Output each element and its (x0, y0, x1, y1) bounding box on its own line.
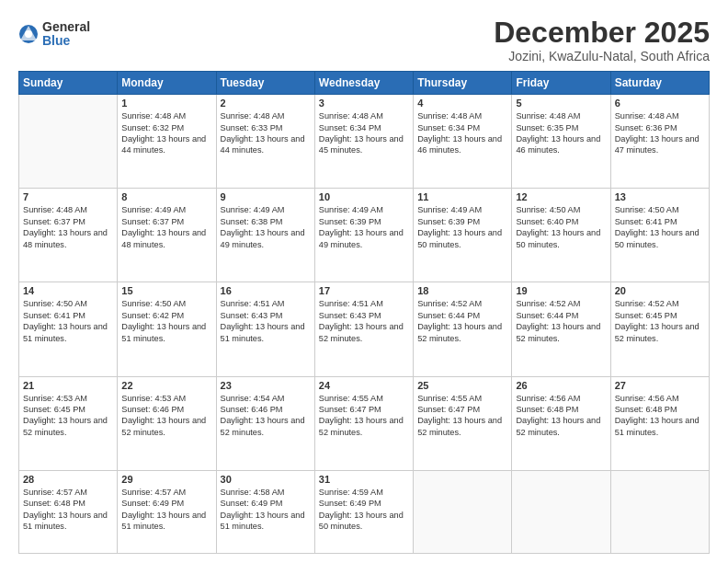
day-number: 14 (23, 285, 113, 296)
table-row: 11Sunrise: 4:49 AM Sunset: 6:39 PM Dayli… (414, 189, 512, 282)
day-number: 30 (221, 474, 311, 485)
table-row: 3Sunrise: 4:48 AM Sunset: 6:34 PM Daylig… (314, 95, 413, 189)
day-number: 5 (516, 98, 606, 109)
cell-details: Sunrise: 4:50 AM Sunset: 6:41 PM Dayligh… (23, 298, 113, 344)
table-row: 5Sunrise: 4:48 AM Sunset: 6:35 PM Daylig… (512, 95, 610, 189)
col-wednesday: Wednesday (314, 72, 413, 95)
day-number: 4 (417, 98, 507, 109)
cell-details: Sunrise: 4:48 AM Sunset: 6:35 PM Dayligh… (516, 110, 606, 156)
calendar-week-row: 28Sunrise: 4:57 AM Sunset: 6:48 PM Dayli… (19, 470, 710, 553)
calendar-week-row: 7Sunrise: 4:48 AM Sunset: 6:37 PM Daylig… (19, 189, 710, 282)
table-row: 23Sunrise: 4:54 AM Sunset: 6:46 PM Dayli… (216, 376, 314, 470)
table-row (19, 95, 118, 189)
day-number: 17 (319, 285, 409, 296)
col-tuesday: Tuesday (216, 72, 314, 95)
day-number: 8 (121, 191, 211, 202)
cell-details: Sunrise: 4:56 AM Sunset: 6:48 PM Dayligh… (516, 393, 606, 439)
table-row: 30Sunrise: 4:58 AM Sunset: 6:49 PM Dayli… (216, 470, 314, 553)
table-row: 31Sunrise: 4:59 AM Sunset: 6:49 PM Dayli… (314, 470, 413, 553)
cell-details: Sunrise: 4:51 AM Sunset: 6:43 PM Dayligh… (221, 298, 311, 344)
day-number: 7 (23, 191, 113, 202)
logo-text: General Blue (42, 20, 90, 49)
day-number: 20 (615, 285, 705, 296)
logo-general: General (42, 20, 90, 34)
cell-details: Sunrise: 4:48 AM Sunset: 6:36 PM Dayligh… (615, 110, 705, 156)
cell-details: Sunrise: 4:56 AM Sunset: 6:48 PM Dayligh… (615, 393, 705, 439)
calendar-week-row: 21Sunrise: 4:53 AM Sunset: 6:45 PM Dayli… (19, 376, 710, 470)
calendar-page: General Blue December 2025 Jozini, KwaZu… (0, 0, 728, 563)
day-number: 31 (319, 474, 409, 485)
day-number: 2 (221, 98, 311, 109)
day-number: 15 (121, 285, 211, 296)
cell-details: Sunrise: 4:49 AM Sunset: 6:39 PM Dayligh… (417, 204, 507, 250)
table-row: 27Sunrise: 4:56 AM Sunset: 6:48 PM Dayli… (610, 376, 709, 470)
day-number: 23 (221, 380, 311, 391)
table-row (610, 470, 709, 553)
day-number: 1 (121, 98, 211, 109)
calendar-table: Sunday Monday Tuesday Wednesday Thursday… (18, 71, 710, 554)
day-number: 11 (417, 191, 507, 202)
day-number: 25 (417, 380, 507, 391)
logo-icon (18, 24, 39, 44)
day-number: 13 (615, 191, 705, 202)
table-row: 17Sunrise: 4:51 AM Sunset: 6:43 PM Dayli… (314, 282, 413, 376)
cell-details: Sunrise: 4:49 AM Sunset: 6:38 PM Dayligh… (221, 204, 311, 250)
table-row: 4Sunrise: 4:48 AM Sunset: 6:34 PM Daylig… (414, 95, 512, 189)
cell-details: Sunrise: 4:48 AM Sunset: 6:34 PM Dayligh… (319, 110, 409, 156)
day-number: 22 (121, 380, 211, 391)
day-number: 3 (319, 98, 409, 109)
table-row: 6Sunrise: 4:48 AM Sunset: 6:36 PM Daylig… (610, 95, 709, 189)
location-subtitle: Jozini, KwaZulu-Natal, South Africa (494, 49, 710, 63)
day-number: 6 (615, 98, 705, 109)
col-friday: Friday (512, 72, 610, 95)
table-row: 20Sunrise: 4:52 AM Sunset: 6:45 PM Dayli… (610, 282, 709, 376)
day-number: 10 (319, 191, 409, 202)
calendar-header-row: Sunday Monday Tuesday Wednesday Thursday… (19, 72, 710, 95)
calendar-week-row: 14Sunrise: 4:50 AM Sunset: 6:41 PM Dayli… (19, 282, 710, 376)
col-sunday: Sunday (19, 72, 118, 95)
table-row: 28Sunrise: 4:57 AM Sunset: 6:48 PM Dayli… (19, 470, 118, 553)
cell-details: Sunrise: 4:50 AM Sunset: 6:41 PM Dayligh… (615, 204, 705, 250)
day-number: 27 (615, 380, 705, 391)
table-row: 2Sunrise: 4:48 AM Sunset: 6:33 PM Daylig… (216, 95, 314, 189)
cell-details: Sunrise: 4:53 AM Sunset: 6:46 PM Dayligh… (121, 393, 211, 439)
table-row: 19Sunrise: 4:52 AM Sunset: 6:44 PM Dayli… (512, 282, 610, 376)
table-row: 7Sunrise: 4:48 AM Sunset: 6:37 PM Daylig… (19, 189, 118, 282)
svg-point-2 (25, 30, 32, 38)
cell-details: Sunrise: 4:58 AM Sunset: 6:49 PM Dayligh… (221, 487, 311, 533)
logo: General Blue (18, 20, 90, 49)
cell-details: Sunrise: 4:50 AM Sunset: 6:40 PM Dayligh… (516, 204, 606, 250)
cell-details: Sunrise: 4:55 AM Sunset: 6:47 PM Dayligh… (417, 393, 507, 439)
table-row: 10Sunrise: 4:49 AM Sunset: 6:39 PM Dayli… (314, 189, 413, 282)
cell-details: Sunrise: 4:48 AM Sunset: 6:34 PM Dayligh… (417, 110, 507, 156)
col-thursday: Thursday (414, 72, 512, 95)
cell-details: Sunrise: 4:48 AM Sunset: 6:32 PM Dayligh… (121, 110, 211, 156)
cell-details: Sunrise: 4:52 AM Sunset: 6:45 PM Dayligh… (615, 298, 705, 344)
day-number: 18 (417, 285, 507, 296)
day-number: 28 (23, 474, 113, 485)
cell-details: Sunrise: 4:49 AM Sunset: 6:37 PM Dayligh… (121, 204, 211, 250)
month-title: December 2025 (494, 17, 710, 49)
day-number: 9 (221, 191, 311, 202)
cell-details: Sunrise: 4:48 AM Sunset: 6:33 PM Dayligh… (221, 110, 311, 156)
table-row: 24Sunrise: 4:55 AM Sunset: 6:47 PM Dayli… (314, 376, 413, 470)
table-row (512, 470, 610, 553)
cell-details: Sunrise: 4:57 AM Sunset: 6:48 PM Dayligh… (23, 487, 113, 533)
cell-details: Sunrise: 4:55 AM Sunset: 6:47 PM Dayligh… (319, 393, 409, 439)
day-number: 19 (516, 285, 606, 296)
table-row: 25Sunrise: 4:55 AM Sunset: 6:47 PM Dayli… (414, 376, 512, 470)
table-row: 29Sunrise: 4:57 AM Sunset: 6:49 PM Dayli… (118, 470, 216, 553)
cell-details: Sunrise: 4:51 AM Sunset: 6:43 PM Dayligh… (319, 298, 409, 344)
col-saturday: Saturday (610, 72, 709, 95)
cell-details: Sunrise: 4:49 AM Sunset: 6:39 PM Dayligh… (319, 204, 409, 250)
title-block: December 2025 Jozini, KwaZulu-Natal, Sou… (494, 17, 710, 63)
table-row: 16Sunrise: 4:51 AM Sunset: 6:43 PM Dayli… (216, 282, 314, 376)
logo-blue: Blue (42, 34, 90, 48)
cell-details: Sunrise: 4:48 AM Sunset: 6:37 PM Dayligh… (23, 204, 113, 250)
col-monday: Monday (118, 72, 216, 95)
table-row: 9Sunrise: 4:49 AM Sunset: 6:38 PM Daylig… (216, 189, 314, 282)
cell-details: Sunrise: 4:52 AM Sunset: 6:44 PM Dayligh… (417, 298, 507, 344)
table-row: 26Sunrise: 4:56 AM Sunset: 6:48 PM Dayli… (512, 376, 610, 470)
table-row: 18Sunrise: 4:52 AM Sunset: 6:44 PM Dayli… (414, 282, 512, 376)
day-number: 12 (516, 191, 606, 202)
